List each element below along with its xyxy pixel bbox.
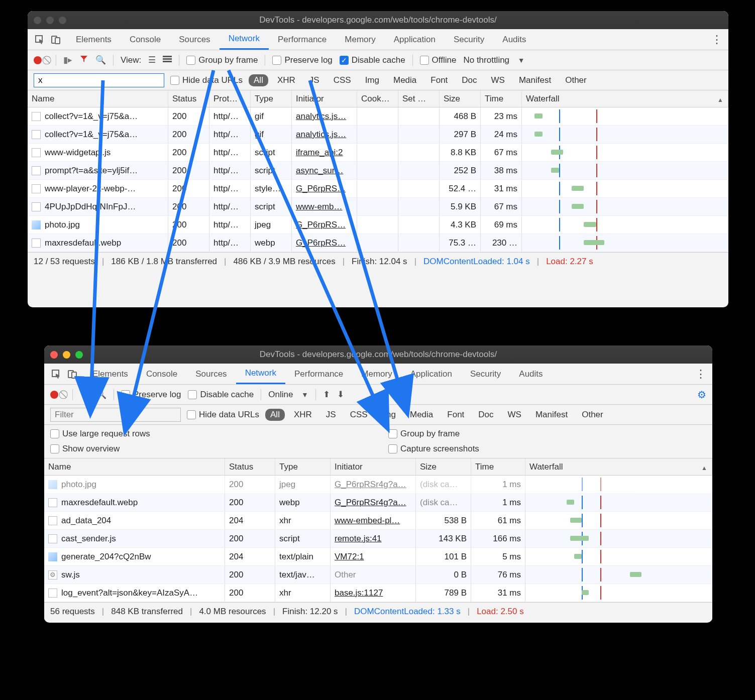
table-row[interactable]: ad_data_204204xhrwww-embed-pl…538 B61 ms [44,512,712,530]
table-row[interactable]: log_event?alt=json&key=AIzaSyA…200xhrbas… [44,584,712,602]
filter-other[interactable]: Other [577,409,608,421]
filter-js[interactable]: JS [304,74,325,86]
tab-performance[interactable]: Performance [285,364,352,384]
table-row[interactable]: cast_sender.js200scriptremote.js:41143 K… [44,530,712,548]
group-by-frame-toggle[interactable]: Group by frame [186,55,258,65]
request-table[interactable]: collect?v=1&_v=j75&a…200http/…gifanalyti… [28,107,728,252]
record-button[interactable] [50,391,58,399]
tab-application[interactable]: Application [401,364,461,384]
table-row[interactable]: maxresdefault.webp200http/…webpG_P6rpRS…… [28,234,728,252]
large-rows-toggle[interactable]: Use large request rows [50,429,368,439]
table-row[interactable]: www-widgetapi.js200http/…scriptiframe_ap… [28,144,728,162]
filter-manifest[interactable]: Manifest [530,409,573,421]
table-row[interactable]: photo.jpg200jpegG_P6rpRSr4g?a…(disk ca…1… [44,476,712,494]
filter-js[interactable]: JS [321,409,341,421]
tab-elements[interactable]: Elements [83,364,137,384]
col-init[interactable]: Initiator [292,90,357,107]
table-row[interactable]: maxresdefault.webp200webpG_P6rpRSr4g?a…(… [44,494,712,512]
col-init[interactable]: Initiator [331,458,416,475]
tab-console[interactable]: Console [121,29,170,50]
filter-xhr[interactable]: XHR [289,409,317,421]
traffic-lights[interactable] [50,351,83,359]
filter-all[interactable]: All [265,409,285,421]
upload-icon[interactable]: ⬆ [323,389,330,400]
tab-sources[interactable]: Sources [186,364,236,384]
close-dot[interactable] [34,17,41,24]
disable-cache-toggle[interactable]: Disable cache [188,390,254,400]
tab-application[interactable]: Application [385,29,445,50]
titlebar[interactable]: DevTools - developers.google.com/web/too… [44,345,712,364]
table-header[interactable]: NameStatusTypeInitiatorSizeTimeWaterfall… [44,458,712,476]
col-time[interactable]: Time [471,458,525,475]
inspect-icon[interactable] [49,367,63,381]
tab-elements[interactable]: Elements [67,29,121,50]
table-row[interactable]: prompt?t=a&site=ylj5if…200http/…scriptas… [28,162,728,180]
tab-memory[interactable]: Memory [336,29,384,50]
disable-cache-toggle[interactable]: Disable cache [340,55,405,65]
preserve-log-toggle[interactable]: Preserve log [272,55,332,65]
tab-performance[interactable]: Performance [269,29,336,50]
traffic-lights[interactable] [34,17,66,24]
tab-console[interactable]: Console [137,364,186,384]
close-dot[interactable] [50,351,58,359]
tab-audits[interactable]: Audits [493,29,535,50]
settings-gear-icon[interactable]: ⚙ [697,389,706,401]
camera-icon[interactable]: ▮▸ [63,55,72,65]
large-rows-icon[interactable]: ☰ [148,55,156,65]
device-toggle-icon[interactable] [65,367,79,381]
table-row[interactable]: photo.jpg200http/…jpegG_P6rpRS…4.3 KB69 … [28,216,728,234]
max-dot[interactable] [75,351,83,359]
tab-network[interactable]: Network [220,29,269,50]
filter-input[interactable] [34,73,164,87]
col-type[interactable]: Type [251,90,292,107]
table-row[interactable]: collect?v=1&_v=j75&a…200http/…gifanalyti… [28,107,728,126]
filter-other[interactable]: Other [560,74,592,86]
filter-img[interactable]: Img [377,409,401,421]
request-table[interactable]: photo.jpg200jpegG_P6rpRSr4g?a…(disk ca…1… [44,476,712,602]
col-time[interactable]: Time [481,90,522,107]
filter-media[interactable]: Media [405,409,438,421]
overview-icon[interactable] [163,55,172,65]
filter-doc[interactable]: Doc [457,74,482,86]
kebab-menu-icon[interactable]: ⋮ [694,368,707,381]
table-row[interactable]: www-player-2x-webp-…200http/…style…G_P6r… [28,180,728,198]
filter-icon[interactable] [80,389,89,400]
offline-toggle[interactable]: Offline [420,55,457,65]
table-row[interactable]: generate_204?cQ2nBw204text/plainVM72:110… [44,548,712,566]
search-icon[interactable]: 🔍 [95,55,106,65]
min-dot[interactable] [46,17,54,24]
filter-ws[interactable]: WS [486,74,510,86]
throttling-dropdown[interactable]: No throttling ▼ [463,55,524,65]
group-by-frame-toggle[interactable]: Group by frame [388,429,706,439]
col-wf[interactable]: Waterfall [525,458,712,475]
inspect-icon[interactable] [33,33,47,47]
col-wf[interactable]: Waterfall [522,90,728,107]
col-size[interactable]: Size [440,90,481,107]
throttling-dropdown[interactable]: Online ▼ [268,390,308,400]
min-dot[interactable] [63,351,70,359]
tab-network[interactable]: Network [236,364,285,384]
hide-data-urls-toggle[interactable]: Hide data URLs [170,75,243,85]
col-status[interactable]: Status [225,458,275,475]
preserve-log-toggle[interactable]: Preserve log [121,390,181,400]
record-button[interactable] [34,56,42,64]
filter-ws[interactable]: WS [503,409,526,421]
table-header[interactable]: NameStatusProt…TypeInitiatorCook…Set …Si… [28,90,728,107]
filter-icon[interactable] [79,54,88,66]
col-size[interactable]: Size [416,458,471,475]
col-prot[interactable]: Prot… [209,90,251,107]
max-dot[interactable] [59,17,66,24]
tab-audits[interactable]: Audits [510,364,552,384]
filter-font[interactable]: Font [442,409,469,421]
device-toggle-icon[interactable] [49,33,63,47]
capture-screenshots-toggle[interactable]: Capture screenshots [388,444,706,454]
download-icon[interactable]: ⬇ [337,389,344,400]
filter-xhr[interactable]: XHR [272,74,300,86]
tab-security[interactable]: Security [445,29,493,50]
filter-font[interactable]: Font [425,74,453,86]
col-status[interactable]: Status [168,90,209,107]
filter-doc[interactable]: Doc [473,409,498,421]
table-row[interactable]: sw.js200text/jav…Other0 B76 ms [44,566,712,584]
filter-media[interactable]: Media [388,74,421,86]
col-name[interactable]: Name [28,90,168,107]
